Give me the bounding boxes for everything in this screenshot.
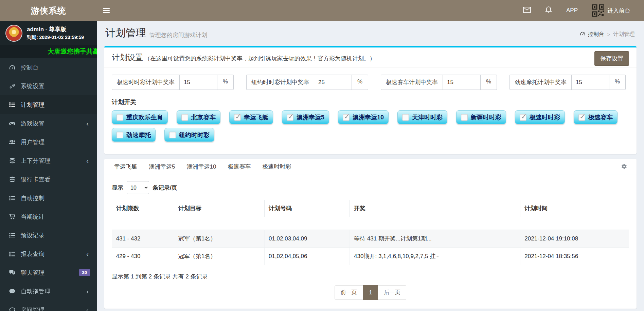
save-settings-button[interactable]: 保存设置 xyxy=(594,51,629,66)
pagination: 前一页 1 后一页 xyxy=(112,285,629,300)
gamepad-icon xyxy=(8,120,16,127)
sidebar-menu: 控制台系统设置计划管理游戏设置‹用户管理上下分管理‹银行卡查看自动控制当期统计预… xyxy=(0,58,97,311)
game-tabs-list: 幸运飞艇澳洲幸运5澳洲幸运10极速赛车极速时时彩 xyxy=(108,158,297,175)
sidebar-item-系统设置[interactable]: 系统设置 xyxy=(0,77,97,95)
envelope-icon xyxy=(523,7,531,15)
tab-幸运飞艇[interactable]: 幸运飞艇 xyxy=(108,158,143,175)
plan-switch-澳洲幸运10[interactable]: ✓澳洲幸运10 xyxy=(338,110,389,124)
win-rate-group-3: 劲速摩托计划中奖率% xyxy=(509,75,626,90)
chevron-left-icon: ‹ xyxy=(86,157,89,164)
sidebar-item-用户管理[interactable]: 用户管理 xyxy=(0,133,97,151)
sidebar-item-label: 系统设置 xyxy=(21,82,44,90)
plan-switch-极速赛车[interactable]: ✓极速赛车 xyxy=(574,110,618,124)
sidebar-item-聊天管理[interactable]: 聊天管理30 xyxy=(0,263,97,282)
user-expire-date: 到期: 2029-01-02 23:59:59 xyxy=(27,35,84,41)
sidebar-item-label: 游戏设置 xyxy=(21,119,44,128)
next-page-button[interactable]: 后一页 xyxy=(378,285,406,300)
plan-switch-劲速摩托[interactable]: 劲速摩托 xyxy=(112,128,156,142)
plan-switch-澳洲幸运5[interactable]: ✓澳洲幸运5 xyxy=(282,110,329,124)
sidebar-item-label: 上下分管理 xyxy=(21,157,51,165)
column-header-计划目标: 计划目标 xyxy=(174,200,264,217)
table-row: 431 - 432冠军（第1名）01,02,03,04,09等待 431 期开奖… xyxy=(112,230,629,248)
chat-count-badge: 30 xyxy=(79,269,90,276)
table-cell: 冠军（第1名） xyxy=(174,230,264,248)
sidebar-item-当期统计[interactable]: 当期统计 xyxy=(0,207,97,226)
gears-icon xyxy=(8,83,16,90)
sidebar-item-预设记录[interactable]: 预设记录 xyxy=(0,226,97,245)
win-rate-label: 纽约时时彩计划中奖率 xyxy=(246,75,314,90)
sidebar-toggle-button[interactable] xyxy=(97,0,116,21)
sidebar-item-控制台[interactable]: 控制台 xyxy=(0,58,97,77)
list-icon xyxy=(8,232,16,239)
sidebar-item-银行卡查看[interactable]: 银行卡查看 xyxy=(0,170,97,189)
unchecked-checkbox-icon xyxy=(402,114,409,121)
list-ol-icon xyxy=(8,101,16,108)
win-rate-input[interactable] xyxy=(443,75,481,90)
game-tabs: 幸运飞艇澳洲幸运5澳洲幸运10极速赛车极速时时彩 xyxy=(104,159,637,175)
prev-page-button[interactable]: 前一页 xyxy=(335,285,363,300)
current-page-button[interactable]: 1 xyxy=(363,285,378,300)
unchecked-checkbox-icon xyxy=(169,132,176,138)
plan-switch-label: 极速赛车 xyxy=(588,113,613,121)
gauge-icon xyxy=(8,64,16,71)
plan-switch-纽约时时彩[interactable]: 纽约时时彩 xyxy=(164,128,214,142)
table-cell: 429 - 430 xyxy=(112,248,174,265)
notifications-button[interactable] xyxy=(540,3,557,19)
app-link[interactable]: APP xyxy=(561,4,583,17)
plan-switch-天津时时彩[interactable]: 天津时时彩 xyxy=(397,110,447,124)
sidebar-item-报表查询[interactable]: 报表查询‹ xyxy=(0,245,97,263)
plan-settings-body: 极速时时彩计划中奖率%纽约时时彩计划中奖率%极速赛车计划中奖率%劲速摩托计划中奖… xyxy=(104,68,637,154)
tab-澳洲幸运10[interactable]: 澳洲幸运10 xyxy=(181,158,222,175)
sidebar-item-计划管理[interactable]: 计划管理 xyxy=(0,95,97,114)
unchecked-checkbox-icon xyxy=(181,114,188,121)
sidebar-item-自动控制[interactable]: 自动控制 xyxy=(0,189,97,207)
plan-switch-北京赛车[interactable]: 北京赛车 xyxy=(177,110,220,124)
plan-switch-新疆时时彩[interactable]: 新疆时时彩 xyxy=(456,110,506,124)
percent-addon: % xyxy=(481,75,497,90)
sidebar-item-自动拖管理[interactable]: 自动拖管理‹ xyxy=(0,282,97,300)
app-logo[interactable]: 游侠系统 xyxy=(0,0,97,21)
plan-switch-幸运飞艇[interactable]: ✓幸运飞艇 xyxy=(229,110,273,124)
announcement-text: 大唐邀您携手共赢 xyxy=(0,45,97,58)
breadcrumb-home-link[interactable]: 控制台 xyxy=(580,31,604,38)
table-cell: 431 - 432 xyxy=(112,230,174,248)
sidebar-item-label: 自动拖管理 xyxy=(21,287,51,295)
tab-澳洲幸运5[interactable]: 澳洲幸运5 xyxy=(143,158,181,175)
list-ol-icon xyxy=(8,251,16,257)
avatar xyxy=(5,25,22,42)
plan-switch-label: 劲速摩托 xyxy=(126,131,151,139)
table-settings-gear-icon[interactable] xyxy=(621,163,628,170)
table-cell: 冠军（第1名） xyxy=(174,248,264,265)
chevron-left-icon: ‹ xyxy=(86,288,89,295)
plan-switch-label: 澳洲幸运5 xyxy=(297,113,324,121)
list-icon xyxy=(8,195,16,201)
announcement-marquee: 大唐邀您携手共赢 xyxy=(0,45,97,58)
table-rows: 431 - 432冠军（第1名）01,02,03,04,09等待 431 期开奖… xyxy=(112,217,629,265)
chevron-left-icon: ‹ xyxy=(86,250,89,257)
sidebar-item-游戏设置[interactable]: 游戏设置‹ xyxy=(0,114,97,133)
win-rate-input[interactable] xyxy=(571,75,609,90)
tab-极速时时彩[interactable]: 极速时时彩 xyxy=(256,158,297,175)
sidebar-item-label: 聊天管理 xyxy=(21,269,44,277)
chevron-left-icon: ‹ xyxy=(86,120,89,127)
win-rate-input[interactable] xyxy=(179,75,217,90)
plan-settings-panel: 计划设置 （在这里可设置您的系统彩计划中奖率，起到引诱玩家去玩的效果！官方彩为随… xyxy=(104,46,637,154)
tab-极速赛车[interactable]: 极速赛车 xyxy=(222,158,256,175)
sidebar-item-label: 控制台 xyxy=(21,63,39,72)
page-size-suffix: 条记录/页 xyxy=(153,184,177,192)
front-site-link[interactable]: 进入前台 xyxy=(587,1,635,20)
plan-switch-label: 幸运飞艇 xyxy=(244,113,268,121)
sidebar-item-上下分管理[interactable]: 上下分管理‹ xyxy=(0,151,97,170)
sidebar-item-房间管理[interactable]: 房间管理‹ xyxy=(0,300,97,311)
user-panel: admin - 尊享版 到期: 2029-01-02 23:59:59 xyxy=(0,21,97,45)
bell-icon xyxy=(545,6,552,15)
page-size-select[interactable]: 10 xyxy=(127,181,149,194)
breadcrumb: 控制台 > 计划管理 xyxy=(580,31,635,40)
win-rate-input[interactable] xyxy=(314,75,352,90)
win-rate-group-1: 纽约时时彩计划中奖率% xyxy=(246,75,368,90)
percent-addon: % xyxy=(217,75,234,90)
plan-switch-极速时时彩[interactable]: ✓极速时时彩 xyxy=(515,110,565,124)
plan-switch-重庆欢乐生肖[interactable]: 重庆欢乐生肖 xyxy=(112,110,168,124)
database-icon xyxy=(8,157,16,164)
messages-button[interactable] xyxy=(518,3,536,18)
